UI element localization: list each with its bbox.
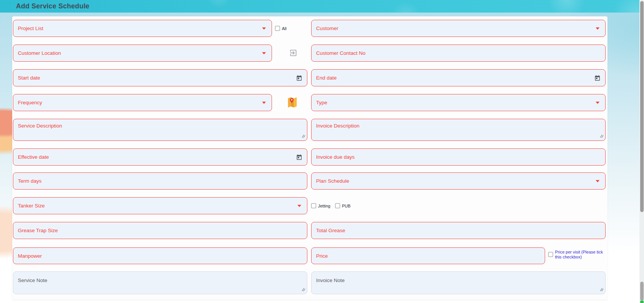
frequency-label: Frequency: [13, 100, 42, 105]
invoice-note-label: Invoice Note: [312, 272, 345, 283]
price-per-visit-checkbox[interactable]: [548, 252, 553, 257]
customer-contact-no-input[interactable]: Customer Contact No: [311, 45, 606, 62]
price-per-visit-checkbox-label: Price per visit (Please tick this checkb…: [555, 250, 607, 260]
plan-schedule-select[interactable]: Plan Schedule: [311, 172, 606, 190]
app-screen: Add Service Schedule Project List All Cu…: [0, 0, 644, 303]
all-checkbox-label: All: [282, 26, 286, 31]
resize-handle-icon[interactable]: [600, 132, 604, 139]
calendar-icon[interactable]: [296, 154, 302, 161]
pub-checkbox-label: PUB: [342, 204, 351, 208]
frequency-select[interactable]: Frequency: [13, 94, 272, 111]
customer-contact-no-label: Customer Contact No: [312, 50, 366, 56]
project-list-select[interactable]: Project List: [13, 20, 272, 37]
invoice-due-days-label: Invoice due days: [312, 154, 355, 160]
invoice-due-days-input[interactable]: Invoice due days: [311, 148, 606, 166]
tanker-size-label: Tanker Size: [13, 203, 45, 209]
chevron-down-icon[interactable]: [596, 27, 599, 30]
scrollbar-thumb-secondary[interactable]: [640, 282, 644, 301]
end-date-input[interactable]: End date: [311, 69, 606, 86]
manpower-input[interactable]: Manpower: [13, 247, 307, 264]
resize-handle-icon[interactable]: [302, 132, 305, 139]
manpower-label: Manpower: [13, 253, 42, 259]
scrollbar-thumb[interactable]: [640, 1, 644, 212]
all-checkbox[interactable]: [275, 26, 280, 31]
price-label: Price: [312, 253, 328, 259]
total-grease-label: Total Grease: [312, 228, 345, 233]
map-pin-icon[interactable]: [288, 96, 297, 108]
term-days-label: Term days: [13, 178, 41, 184]
service-note-label: Service Note: [13, 272, 47, 283]
invoice-description-label: Invoice Description: [312, 119, 359, 129]
end-date-label: End date: [312, 75, 337, 81]
project-list-label: Project List: [13, 26, 43, 31]
chevron-down-icon[interactable]: [262, 27, 266, 30]
invoice-note-textarea[interactable]: Invoice Note: [311, 271, 606, 294]
page-title: Add Service Schedule: [16, 0, 89, 13]
resize-handle-icon[interactable]: [600, 286, 604, 293]
customer-location-label: Customer Location: [13, 50, 61, 56]
jetting-checkbox[interactable]: [311, 203, 316, 208]
start-date-label: Start date: [13, 75, 40, 81]
invoice-description-textarea[interactable]: Invoice Description: [311, 119, 606, 141]
chevron-down-icon[interactable]: [262, 102, 266, 104]
total-grease-input[interactable]: Total Grease: [311, 222, 606, 239]
customer-select[interactable]: Customer: [311, 20, 606, 37]
grease-trap-size-label: Grease Trap Size: [13, 228, 58, 233]
effective-date-input[interactable]: Effective date: [13, 148, 307, 166]
service-description-label: Service Description: [13, 119, 62, 129]
price-input[interactable]: Price: [311, 247, 545, 264]
calendar-icon[interactable]: [594, 75, 601, 81]
chevron-down-icon[interactable]: [596, 102, 599, 104]
customer-location-select[interactable]: Customer Location: [13, 45, 272, 62]
tanker-size-select[interactable]: Tanker Size: [13, 197, 307, 214]
start-date-input[interactable]: Start date: [13, 69, 307, 86]
exit-to-app-icon[interactable]: [289, 49, 297, 57]
chevron-down-icon[interactable]: [297, 205, 301, 207]
type-select[interactable]: Type: [311, 94, 606, 111]
green-indicator: [640, 301, 644, 303]
term-days-input[interactable]: Term days: [13, 172, 307, 190]
vertical-scrollbar-track[interactable]: [639, 0, 644, 303]
type-label: Type: [312, 100, 327, 105]
calendar-icon[interactable]: [296, 75, 302, 81]
app-header: Add Service Schedule: [0, 0, 644, 13]
effective-date-label: Effective date: [13, 154, 49, 160]
grease-trap-size-input[interactable]: Grease Trap Size: [13, 222, 307, 239]
plan-schedule-label: Plan Schedule: [312, 178, 349, 184]
service-note-textarea[interactable]: Service Note: [13, 271, 307, 294]
pub-checkbox[interactable]: [335, 203, 340, 208]
resize-handle-icon[interactable]: [302, 286, 305, 293]
chevron-down-icon[interactable]: [262, 52, 266, 54]
jetting-checkbox-label: Jetting: [318, 204, 330, 208]
chevron-down-icon[interactable]: [596, 180, 599, 182]
service-description-textarea[interactable]: Service Description: [13, 119, 307, 141]
customer-label: Customer: [312, 26, 339, 31]
